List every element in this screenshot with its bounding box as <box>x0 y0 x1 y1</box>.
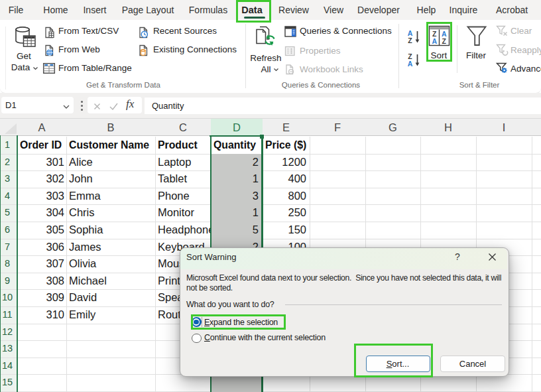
svg-text:A: A <box>408 60 413 68</box>
svg-text:Z: Z <box>408 36 412 44</box>
